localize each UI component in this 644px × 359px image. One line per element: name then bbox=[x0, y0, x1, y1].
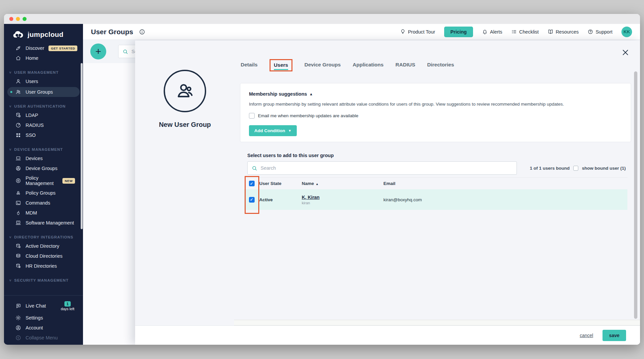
header-action-label: Checklist bbox=[519, 29, 539, 35]
show-bound-user-checkbox[interactable] bbox=[573, 166, 578, 171]
add-user-group-button[interactable]: + bbox=[90, 44, 106, 59]
sidebar-item-hr-directories[interactable]: HR Directories bbox=[4, 261, 83, 271]
sidebar-item-mdm[interactable]: MDM bbox=[4, 208, 83, 218]
window-titlebar bbox=[4, 14, 640, 24]
tab-details[interactable]: Details bbox=[241, 62, 258, 69]
sidebar-item-label: RADIUS bbox=[26, 123, 44, 128]
account-icon bbox=[15, 325, 21, 331]
search-icon bbox=[252, 165, 257, 171]
users-tab-annotation-box: Users bbox=[270, 59, 292, 71]
collapse-icon bbox=[15, 335, 21, 341]
header-action-product-tour[interactable]: Product Tour bbox=[400, 29, 435, 35]
checklist-icon bbox=[511, 29, 517, 35]
bound-summary: 1 of 1 users bound bbox=[530, 166, 570, 171]
add-condition-button[interactable]: Add Condition ▼ bbox=[249, 125, 297, 136]
column-header-user-state[interactable]: User State bbox=[259, 181, 302, 186]
sidebar-item-radius[interactable]: RADIUS bbox=[4, 120, 83, 130]
pricing-button[interactable]: Pricing bbox=[444, 27, 473, 37]
tab-directories[interactable]: Directories bbox=[427, 62, 454, 69]
chevron-down-icon: ˅ bbox=[9, 71, 12, 74]
active-directory-icon bbox=[15, 243, 21, 249]
minimize-window-button[interactable] bbox=[16, 17, 20, 21]
users-search-input[interactable]: Search bbox=[247, 161, 517, 175]
sidebar-item-devices[interactable]: Devices bbox=[4, 153, 83, 163]
header-action-alerts[interactable]: Alerts bbox=[482, 29, 502, 35]
sidebar-item-label: Live Chat bbox=[26, 303, 46, 309]
user-group-icon bbox=[175, 81, 195, 101]
sso-icon bbox=[15, 132, 21, 138]
column-header-email[interactable]: Email bbox=[383, 181, 627, 186]
modal-scrollbar[interactable] bbox=[634, 71, 637, 319]
sidebar-scrollbar[interactable] bbox=[81, 63, 83, 229]
modal-footer: cancel save bbox=[135, 325, 640, 345]
header-action-resources[interactable]: Resources bbox=[548, 29, 579, 35]
sidebar-section-device-management[interactable]: ˅DEVICE MANAGEMENT bbox=[4, 145, 83, 153]
tab-users[interactable]: Users bbox=[274, 62, 288, 70]
sidebar-item-software-management[interactable]: Software Management bbox=[4, 218, 83, 228]
email-updates-checkbox[interactable] bbox=[249, 113, 255, 119]
sidebar-item-device-groups[interactable]: Device Groups bbox=[4, 163, 83, 173]
sidebar-item-label: Policy Groups bbox=[26, 190, 55, 196]
chevron-down-icon: ▼ bbox=[288, 129, 291, 133]
user-name-link[interactable]: K, Kiran bbox=[302, 195, 383, 200]
close-window-button[interactable] bbox=[9, 17, 13, 21]
sidebar-item-account[interactable]: Account bbox=[4, 323, 83, 333]
user-avatar[interactable]: KK bbox=[621, 27, 632, 37]
tab-bar: DetailsUsersDevice GroupsApplicationsRAD… bbox=[241, 59, 454, 71]
header-action-checklist[interactable]: Checklist bbox=[511, 29, 539, 35]
sidebar-item-user-groups[interactable]: User Groups bbox=[7, 87, 80, 97]
search-icon bbox=[122, 49, 128, 54]
sidebar-item-badge: GET STARTED bbox=[48, 45, 77, 51]
sidebar-item-discover[interactable]: DiscoverGET STARTED bbox=[4, 43, 83, 53]
column-header-label: User State bbox=[259, 181, 282, 186]
sidebar-item-cloud-directories[interactable]: Cloud Directories bbox=[4, 251, 83, 261]
header-action-support[interactable]: Support bbox=[588, 29, 612, 35]
select-all-checkbox[interactable]: ✓ bbox=[249, 181, 255, 186]
policy-groups-icon bbox=[15, 190, 21, 196]
sidebar-item-policy-groups[interactable]: Policy Groups bbox=[4, 188, 83, 198]
sidebar-item-ldap[interactable]: LDAP bbox=[4, 110, 83, 120]
device-groups-icon bbox=[15, 165, 21, 171]
info-icon[interactable] bbox=[139, 29, 145, 35]
sidebar-item-live-chat[interactable]: Live Chat1days left bbox=[4, 299, 83, 313]
save-button[interactable]: save bbox=[603, 330, 626, 341]
sidebar-item-collapse-menu[interactable]: Collapse Menu bbox=[4, 333, 83, 343]
add-condition-label: Add Condition bbox=[254, 128, 285, 133]
sidebar-item-label: Software Management bbox=[26, 220, 74, 225]
section-label: DIRECTORY INTEGRATIONS bbox=[14, 235, 73, 239]
days-left-count: 1 bbox=[64, 301, 70, 307]
section-label: USER AUTHENTICATION bbox=[14, 104, 66, 108]
cancel-button[interactable]: cancel bbox=[580, 333, 593, 338]
sidebar-item-home[interactable]: Home bbox=[4, 53, 83, 63]
table-row[interactable]: ✓ActiveK, Kirankirankiran@boxyhq.com bbox=[244, 189, 627, 210]
tab-device-groups[interactable]: Device Groups bbox=[304, 62, 341, 69]
maximize-window-button[interactable] bbox=[23, 17, 27, 21]
sidebar-item-label: Account bbox=[26, 325, 43, 330]
row-checkbox[interactable]: ✓ bbox=[249, 197, 255, 203]
sidebar-item-policy-management[interactable]: Policy ManagementNEW bbox=[4, 173, 83, 188]
show-bound-user-label: show bound user (1) bbox=[582, 166, 626, 171]
email-updates-label: Email me when membership updates are ava… bbox=[258, 113, 358, 118]
sidebar-item-active-directory[interactable]: Active Directory bbox=[4, 241, 83, 251]
sidebar-section-directory-integrations[interactable]: ˅DIRECTORY INTEGRATIONS bbox=[4, 233, 83, 241]
modal-content: DetailsUsersDevice GroupsApplicationsRAD… bbox=[240, 41, 632, 345]
email-cell: kiran@boxyhq.com bbox=[383, 197, 627, 202]
tab-applications[interactable]: Applications bbox=[353, 62, 383, 69]
sidebar-item-label: SSO bbox=[26, 133, 36, 138]
table-header-row: ✓User StateName▲Email bbox=[244, 177, 627, 189]
sidebar-item-label: Settings bbox=[26, 315, 43, 320]
page-title: User Groups bbox=[91, 28, 133, 36]
sidebar-item-label: Device Groups bbox=[26, 166, 57, 171]
tab-radius[interactable]: RADIUS bbox=[395, 62, 415, 69]
sidebar-item-label: Active Directory bbox=[26, 243, 59, 249]
sidebar-item-commands[interactable]: Commands bbox=[4, 198, 83, 208]
sidebar-item-settings[interactable]: Settings bbox=[4, 313, 83, 323]
column-header-name[interactable]: Name▲ bbox=[302, 181, 383, 186]
sidebar-section-user-authentication[interactable]: ˅USER AUTHENTICATION bbox=[4, 102, 83, 110]
sidebar-item-users[interactable]: Users bbox=[4, 76, 83, 86]
membership-suggestions-toggle[interactable]: Membership suggestions ▲ bbox=[249, 91, 622, 97]
sidebar-item-sso[interactable]: SSO bbox=[4, 130, 83, 140]
sidebar-section-user-management[interactable]: ˅USER MANAGEMENT bbox=[4, 68, 83, 76]
sidebar-section-security-management[interactable]: ˅SECURITY MANAGEMENT bbox=[4, 276, 83, 284]
jumpcloud-logo[interactable]: jumpcloud bbox=[4, 24, 83, 43]
